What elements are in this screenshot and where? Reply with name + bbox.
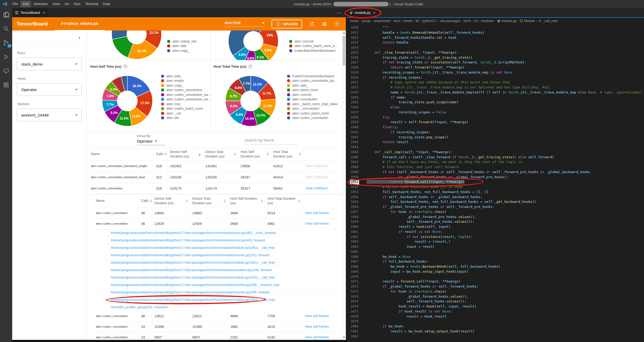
view-call-frames-link[interactable]: View call frames xyxy=(305,211,329,215)
breadcrumb-item-site-packages[interactable]: site-packages xyxy=(440,19,460,23)
upload-button[interactable]: i UPLOAD xyxy=(272,20,302,28)
column-header-Device Self Duration (us)[interactable]: Device Self Duration (us) xyxy=(152,194,190,208)
breadcrumb-item-module-py[interactable]: module.py xyxy=(497,19,517,23)
breadcrumb-item-lib[interactable]: lib xyxy=(416,19,419,23)
sort-icon[interactable] xyxy=(165,153,167,156)
column-header-Host Self Duration (us)[interactable]: Host Self Duration (us) xyxy=(238,148,271,160)
menu-item-edit[interactable]: Edit xyxy=(20,1,31,7)
legend-item[interactable]: aten::div xyxy=(161,116,211,121)
legend-item[interactable]: aten::add_ xyxy=(161,74,211,79)
column-header-Device Total Duration (us)[interactable]: Device Total Duration (us) xyxy=(203,148,238,160)
legend-item[interactable]: aten::copy_ xyxy=(161,83,211,88)
legend-item[interactable]: CudnnConvolutionBackward xyxy=(287,74,338,79)
sort-icon[interactable] xyxy=(224,199,226,203)
breadcrumb-item-modules[interactable]: modules xyxy=(481,19,493,23)
tab-tensorboard[interactable]: TensorBoard × xyxy=(12,8,48,17)
sort-icon[interactable] xyxy=(261,199,263,203)
legend-item[interactable]: aten::conv2d xyxy=(289,39,338,44)
breadcrumb-item-kineto[interactable]: kineto xyxy=(404,19,412,23)
column-header-Device Self Duration (us)[interactable]: Device Self Duration (us) xyxy=(168,148,203,160)
column-header-Name[interactable]: Name xyxy=(89,148,154,160)
legend-item[interactable]: aten::add xyxy=(167,44,197,49)
help-icon[interactable]: ? xyxy=(248,65,252,69)
legend-item[interactable]: aten::cudnn_batch_norm xyxy=(161,106,211,111)
menu-item-help[interactable]: Help xyxy=(101,1,112,7)
view-callstack-link[interactable]: View CallStack xyxy=(306,186,328,190)
views-select[interactable]: Operator xyxy=(17,83,82,96)
legend-item[interactable]: aten::conv2d xyxy=(287,92,338,97)
explorer-icon[interactable] xyxy=(3,11,10,18)
extensions-icon[interactable] xyxy=(3,82,10,88)
legend-item[interactable]: aten::cudnn_convolution xyxy=(287,116,338,121)
call-frame-link[interactable]: /home/yangu/anaconda3/envs/kineto/lib/py… xyxy=(94,281,342,289)
call-frame-link[interactable]: /home/yangu/anaconda3/envs/kineto/lib/py… xyxy=(94,289,342,296)
legend-item[interactable]: aten::convolution xyxy=(287,97,338,102)
legend-item[interactable]: aten::cudnn_batch_norm_b... xyxy=(289,44,338,49)
refresh-icon[interactable] xyxy=(309,21,315,27)
sort-icon[interactable] xyxy=(186,199,188,203)
search-input[interactable] xyxy=(245,138,298,144)
close-icon[interactable]: × xyxy=(373,10,376,15)
breadcrumb-item-module[interactable]: Module xyxy=(520,19,535,23)
legend-item[interactable]: aten::cudnn_convolution xyxy=(161,88,211,93)
menu-item-go[interactable]: Go xyxy=(62,1,72,7)
menu-item-file[interactable]: File xyxy=(10,1,20,7)
column-header-Calls[interactable]: Calls xyxy=(139,194,152,208)
breadcrumb-item-nn[interactable]: nn xyxy=(474,19,478,23)
legend-item[interactable]: aten::cudnn_batch_norm xyxy=(287,111,338,116)
legend-item[interactable]: aten::copy_ xyxy=(167,48,197,53)
legend-item[interactable]: aten::cudnn_convolution_ba... xyxy=(287,79,338,83)
sort-icon[interactable] xyxy=(267,153,269,156)
source-control-icon[interactable]: 12 xyxy=(3,39,10,46)
legend-item[interactable]: aten::empty xyxy=(161,79,211,83)
menu-item-run[interactable]: Run xyxy=(72,1,83,7)
menu-item-view[interactable]: View xyxy=(50,1,62,7)
legend-item[interactable]: aten::cudnn_convolution_ba... xyxy=(161,97,211,102)
call-frame-link[interactable]: /home/yangu/anaconda3/envs/kineto/lib/py… xyxy=(94,229,342,237)
view-call-frames-link[interactable]: View call frames xyxy=(305,325,329,328)
call-frame-link[interactable]: /home/yangu/anaconda3/envs/kineto/lib/py… xyxy=(94,259,342,266)
column-header-Host Total Duration (us)[interactable]: Host Total Duration (us) xyxy=(271,148,303,160)
sort-icon[interactable] xyxy=(299,153,301,156)
scroll-up-icon[interactable] xyxy=(343,32,345,34)
sort-icon[interactable] xyxy=(234,153,236,156)
run-debug-icon[interactable] xyxy=(3,53,10,60)
breadcrumb-item--call-impl[interactable]: _call_impl xyxy=(538,19,558,23)
call-frame-link[interactable]: resnet50_profiler_api.py(45): <module> xyxy=(94,303,342,311)
breadcrumb-item-anaconda3[interactable]: anaconda3 xyxy=(374,19,390,23)
call-frame-link[interactable]: /home/yangu/anaconda3/envs/kineto/lib/py… xyxy=(94,237,342,244)
call-frame-link[interactable]: /home/yangu/anaconda3/envs/kineto/lib/py… xyxy=(94,244,342,251)
scroll-down-icon[interactable] xyxy=(343,337,345,338)
sidebar-collapse-chevron-icon[interactable]: ‹ xyxy=(12,31,86,45)
breadcrumb-item-torch[interactable]: torch xyxy=(464,19,471,23)
breadcrumb-item-yangu[interactable]: yangu xyxy=(362,19,371,23)
tab-module-py[interactable]: module.py × xyxy=(346,8,378,17)
call-frame-link[interactable]: /home/yangu/anaconda3/envs/kineto/lib/py… xyxy=(94,274,342,281)
sort-icon[interactable] xyxy=(298,199,300,203)
legend-item[interactable]: aten::_convolution xyxy=(287,106,338,111)
legend-item[interactable]: aten::add_ xyxy=(287,83,338,88)
help-icon[interactable]: ? xyxy=(334,21,340,27)
call-frame-link[interactable]: /home/yangu/anaconda3/envs/kineto/lib/py… xyxy=(94,296,342,303)
help-icon[interactable]: ? xyxy=(123,65,127,69)
runs-select[interactable]: stack_demo xyxy=(17,58,82,70)
menu-item-terminal[interactable]: Terminal xyxy=(83,1,101,7)
sort-icon[interactable] xyxy=(199,153,201,156)
legend-item[interactable]: aten::clamp_min xyxy=(167,39,197,44)
column-header-Calls[interactable]: Calls xyxy=(154,148,168,160)
call-frame-link[interactable]: /home/yangu/anaconda3/envs/kineto/lib/py… xyxy=(94,266,342,274)
column-header-Host Total Duration (us)[interactable]: Host Total Duration (us) xyxy=(265,194,302,208)
editor-actions-more-icon[interactable]: ⋯ xyxy=(337,8,346,16)
menu-item-selection[interactable]: Selection xyxy=(31,1,50,7)
search-icon[interactable] xyxy=(3,25,10,32)
legend-item[interactable]: aten::_cat xyxy=(161,111,211,116)
column-header-Name[interactable]: Name xyxy=(94,194,139,208)
legend-item[interactable]: aten::_batch_norm_impl_index xyxy=(287,102,338,106)
scrollbar-thumb[interactable] xyxy=(343,36,345,66)
view-call-frames-link[interactable]: View call frames xyxy=(305,314,329,318)
gear-icon[interactable]: ⚙ xyxy=(322,21,327,27)
scrollbar[interactable] xyxy=(342,31,346,340)
close-icon[interactable]: × xyxy=(43,10,45,15)
group-by-select[interactable]: Operator xyxy=(137,139,166,145)
breadcrumb-item-envs[interactable]: envs xyxy=(393,19,400,23)
